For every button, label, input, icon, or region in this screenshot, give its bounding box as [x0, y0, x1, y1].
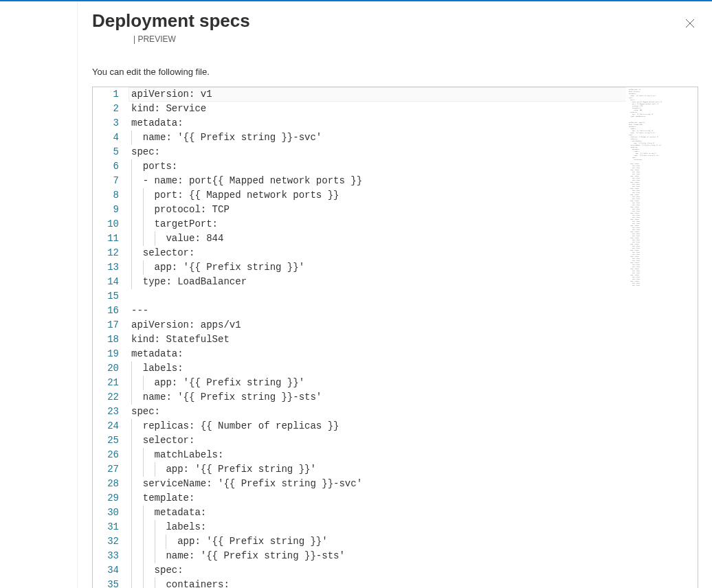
- code-line[interactable]: metadata:: [129, 506, 698, 520]
- code-line[interactable]: selector:: [129, 433, 698, 448]
- line-number: 35: [100, 578, 119, 588]
- code-line[interactable]: value: 844: [129, 231, 698, 246]
- line-number-gutter: 1234567891011121314151617181920212223242…: [93, 87, 129, 588]
- code-line[interactable]: labels:: [129, 520, 698, 534]
- line-number: 34: [100, 563, 119, 578]
- line-number: 26: [100, 448, 119, 462]
- panel-title: Deployment specs: [92, 11, 698, 32]
- line-number: 7: [100, 174, 119, 188]
- code-line[interactable]: port: {{ Mapped network ports }}: [129, 188, 698, 203]
- code-line[interactable]: kind: Service: [129, 102, 698, 116]
- code-line[interactable]: app: '{{ Prefix string }}': [129, 260, 698, 275]
- code-line[interactable]: app: '{{ Prefix string }}': [129, 376, 698, 390]
- line-number: 22: [100, 390, 119, 405]
- line-number: 15: [100, 289, 119, 304]
- line-number: 33: [100, 549, 119, 563]
- close-button[interactable]: [682, 15, 698, 32]
- deployment-specs-panel: Deployment specs | PREVIEW You can edit …: [78, 1, 712, 588]
- line-number: 25: [100, 433, 119, 448]
- line-number: 8: [100, 188, 119, 203]
- line-number: 23: [100, 405, 119, 419]
- line-number: 3: [100, 116, 119, 131]
- line-number: 14: [100, 275, 119, 289]
- panel-header: Deployment specs | PREVIEW: [78, 1, 712, 45]
- code-line[interactable]: app: '{{ Prefix string }}': [129, 462, 698, 477]
- line-number: 10: [100, 217, 119, 231]
- line-number: 18: [100, 332, 119, 347]
- code-line[interactable]: labels:: [129, 361, 698, 376]
- code-line[interactable]: ---: [129, 304, 698, 318]
- code-editor[interactable]: 1234567891011121314151617181920212223242…: [92, 87, 698, 588]
- code-line[interactable]: containers:: [129, 578, 698, 588]
- code-line[interactable]: metadata:: [129, 347, 698, 361]
- code-line[interactable]: serviceName: '{{ Prefix string }}-svc': [129, 477, 698, 491]
- line-number: 11: [100, 231, 119, 246]
- line-number: 5: [100, 145, 119, 159]
- code-line[interactable]: targetPort:: [129, 217, 698, 231]
- line-number: 4: [100, 131, 119, 145]
- line-number: 1: [100, 87, 119, 102]
- code-line[interactable]: name: '{{ Prefix string }}-sts': [129, 549, 698, 563]
- code-line[interactable]: spec:: [129, 563, 698, 578]
- code-line[interactable]: metadata:: [129, 116, 698, 131]
- code-line[interactable]: name: '{{ Prefix string }}-svc': [129, 131, 698, 145]
- line-number: 17: [100, 318, 119, 332]
- code-line[interactable]: replicas: {{ Number of replicas }}: [129, 419, 698, 433]
- code-line[interactable]: type: LoadBalancer: [129, 275, 698, 289]
- code-line[interactable]: selector:: [129, 246, 698, 260]
- code-line[interactable]: ports:: [129, 159, 698, 174]
- line-number: 28: [100, 477, 119, 491]
- line-number: 24: [100, 419, 119, 433]
- line-number: 12: [100, 246, 119, 260]
- code-area[interactable]: apiVersion: v1kind: Servicemetadata: nam…: [129, 87, 698, 588]
- line-number: 31: [100, 520, 119, 534]
- line-number: 20: [100, 361, 119, 376]
- line-number: 30: [100, 506, 119, 520]
- code-line[interactable]: template:: [129, 491, 698, 506]
- code-line[interactable]: app: '{{ Prefix string }}': [129, 534, 698, 549]
- panel-subtext: You can edit the following file.: [78, 45, 712, 87]
- line-number: 19: [100, 347, 119, 361]
- line-number: 16: [100, 304, 119, 318]
- close-icon: [685, 19, 695, 28]
- code-line[interactable]: spec:: [129, 145, 698, 159]
- line-number: 9: [100, 203, 119, 217]
- line-number: 2: [100, 102, 119, 116]
- code-line[interactable]: - name: port{{ Mapped network ports }}: [129, 174, 698, 188]
- line-number: 32: [100, 534, 119, 549]
- code-line[interactable]: matchLabels:: [129, 448, 698, 462]
- code-line[interactable]: apiVersion: v1: [129, 87, 698, 102]
- code-line[interactable]: spec:: [129, 405, 698, 419]
- code-line[interactable]: [129, 289, 698, 304]
- code-line[interactable]: name: '{{ Prefix string }}-sts': [129, 390, 698, 405]
- line-number: 27: [100, 462, 119, 477]
- line-number: 6: [100, 159, 119, 174]
- code-line[interactable]: protocol: TCP: [129, 203, 698, 217]
- line-number: 21: [100, 376, 119, 390]
- line-number: 13: [100, 260, 119, 275]
- code-line[interactable]: kind: StatefulSet: [129, 332, 698, 347]
- line-number: 29: [100, 491, 119, 506]
- code-line[interactable]: apiVersion: apps/v1: [129, 318, 698, 332]
- preview-tag: | PREVIEW: [133, 34, 176, 44]
